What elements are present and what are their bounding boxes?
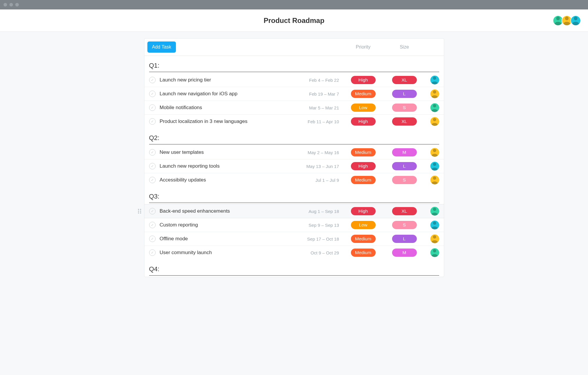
size-cell[interactable]: XL: [384, 117, 425, 126]
assignee-avatar[interactable]: [430, 207, 439, 216]
size-cell[interactable]: M: [384, 148, 425, 156]
project-member-avatar[interactable]: [570, 15, 581, 26]
task-title[interactable]: New user templates: [160, 149, 299, 155]
task-row[interactable]: ••••••✓Mobile notificationsMar 5 – Mar 2…: [144, 101, 444, 115]
assignee-cell[interactable]: [425, 234, 439, 243]
size-cell[interactable]: L: [384, 235, 425, 243]
priority-cell[interactable]: Medium: [343, 176, 384, 184]
complete-checkbox[interactable]: ✓: [149, 236, 156, 242]
task-date-range[interactable]: Feb 19 – Mar 7: [299, 91, 343, 96]
task-title[interactable]: Product localization in 3 new languages: [160, 119, 299, 124]
assignee-cell[interactable]: [425, 103, 439, 112]
assignee-avatar[interactable]: [430, 162, 439, 171]
task-title[interactable]: Launch new reporting tools: [160, 163, 299, 169]
complete-checkbox[interactable]: ✓: [149, 91, 156, 97]
section-title[interactable]: Q1:: [149, 56, 439, 72]
complete-checkbox[interactable]: ✓: [149, 104, 156, 111]
task-date-range[interactable]: Aug 1 – Sep 18: [299, 209, 343, 214]
task-title[interactable]: Back-end speed enhancements: [160, 208, 299, 214]
priority-cell[interactable]: High: [343, 117, 384, 126]
size-cell[interactable]: L: [384, 162, 425, 170]
task-date-range[interactable]: Jul 1 – Jul 9: [299, 178, 343, 183]
task-date-range[interactable]: May 2 – May 16: [299, 150, 343, 155]
size-cell[interactable]: L: [384, 90, 425, 98]
assignee-cell[interactable]: [425, 76, 439, 84]
priority-cell[interactable]: Medium: [343, 249, 384, 257]
add-task-button[interactable]: Add Task: [147, 41, 176, 53]
assignee-avatar[interactable]: [430, 248, 439, 257]
task-date-range[interactable]: Feb 4 – Feb 22: [299, 78, 343, 83]
task-row[interactable]: ••••••✓Custom reportingSep 9 – Sep 13Low…: [144, 218, 444, 232]
size-cell[interactable]: M: [384, 249, 425, 257]
priority-pill: Medium: [351, 176, 376, 184]
size-cell[interactable]: XL: [384, 76, 425, 84]
task-title[interactable]: Accessibility updates: [160, 177, 299, 183]
size-cell[interactable]: S: [384, 104, 425, 112]
assignee-avatar[interactable]: [430, 176, 439, 184]
task-date-range[interactable]: Sep 9 – Sep 13: [299, 223, 343, 228]
task-row[interactable]: ••••••✓Launch new navigation for iOS app…: [144, 87, 444, 101]
task-title[interactable]: Launch new navigation for iOS app: [160, 91, 299, 97]
complete-checkbox[interactable]: ✓: [149, 222, 156, 228]
task-date-range[interactable]: Mar 5 – Mar 21: [299, 105, 343, 110]
assignee-cell[interactable]: [425, 207, 439, 216]
task-title[interactable]: Offline mode: [160, 236, 299, 242]
complete-checkbox[interactable]: ✓: [149, 249, 156, 256]
task-title[interactable]: Custom reporting: [160, 222, 299, 228]
section-title[interactable]: Q3:: [149, 187, 439, 203]
traffic-light-close[interactable]: [4, 3, 7, 6]
priority-cell[interactable]: Low: [343, 104, 384, 112]
drag-handle-icon[interactable]: ••••••: [138, 209, 142, 214]
size-pill: XL: [392, 76, 417, 84]
task-date-range[interactable]: Sep 17 – Oct 18: [299, 236, 343, 241]
priority-cell[interactable]: High: [343, 76, 384, 84]
assignee-cell[interactable]: [425, 176, 439, 184]
complete-checkbox[interactable]: ✓: [149, 163, 156, 169]
task-row[interactable]: ••••••✓Launch new reporting toolsMay 13 …: [144, 159, 444, 173]
size-cell[interactable]: S: [384, 176, 425, 184]
task-row[interactable]: ••••••✓New user templatesMay 2 – May 16M…: [144, 146, 444, 159]
task-title[interactable]: Mobile notifications: [160, 105, 299, 111]
task-title[interactable]: User community launch: [160, 250, 299, 256]
task-row[interactable]: ••••••✓Launch new pricing tierFeb 4 – Fe…: [144, 73, 444, 87]
traffic-light-zoom[interactable]: [15, 3, 19, 6]
task-row[interactable]: ••••••✓Product localization in 3 new lan…: [144, 115, 444, 128]
priority-cell[interactable]: Medium: [343, 148, 384, 156]
task-row[interactable]: ••••••✓Offline modeSep 17 – Oct 18Medium…: [144, 232, 444, 246]
size-cell[interactable]: S: [384, 221, 425, 229]
traffic-light-minimize[interactable]: [9, 3, 13, 6]
priority-cell[interactable]: Low: [343, 221, 384, 229]
assignee-avatar[interactable]: [430, 234, 439, 243]
complete-checkbox[interactable]: ✓: [149, 208, 156, 214]
assignee-avatar[interactable]: [430, 117, 439, 126]
task-date-range[interactable]: May 13 – Jun 17: [299, 164, 343, 169]
assignee-cell[interactable]: [425, 162, 439, 171]
assignee-cell[interactable]: [425, 148, 439, 157]
task-title[interactable]: Launch new pricing tier: [160, 77, 299, 83]
assignee-avatar[interactable]: [430, 221, 439, 229]
priority-cell[interactable]: Medium: [343, 90, 384, 98]
section-title[interactable]: Q4:: [149, 259, 439, 276]
assignee-avatar[interactable]: [430, 76, 439, 84]
task-row[interactable]: ••••••✓Accessibility updatesJul 1 – Jul …: [144, 173, 444, 187]
task-row[interactable]: ••••••✓Back-end speed enhancementsAug 1 …: [144, 204, 444, 218]
priority-cell[interactable]: High: [343, 162, 384, 170]
section-title[interactable]: Q2:: [149, 128, 439, 144]
task-date-range[interactable]: Oct 9 – Oct 29: [299, 250, 343, 255]
complete-checkbox[interactable]: ✓: [149, 77, 156, 83]
complete-checkbox[interactable]: ✓: [149, 177, 156, 183]
size-cell[interactable]: XL: [384, 207, 425, 215]
assignee-cell[interactable]: [425, 221, 439, 229]
assignee-cell[interactable]: [425, 117, 439, 126]
priority-cell[interactable]: Medium: [343, 235, 384, 243]
task-date-range[interactable]: Feb 11 – Apr 10: [299, 119, 343, 124]
priority-cell[interactable]: High: [343, 207, 384, 215]
task-row[interactable]: ••••••✓User community launchOct 9 – Oct …: [144, 246, 444, 259]
assignee-avatar[interactable]: [430, 103, 439, 112]
assignee-avatar[interactable]: [430, 148, 439, 157]
assignee-cell[interactable]: [425, 89, 439, 98]
complete-checkbox[interactable]: ✓: [149, 149, 156, 156]
assignee-cell[interactable]: [425, 248, 439, 257]
complete-checkbox[interactable]: ✓: [149, 118, 156, 125]
assignee-avatar[interactable]: [430, 89, 439, 98]
